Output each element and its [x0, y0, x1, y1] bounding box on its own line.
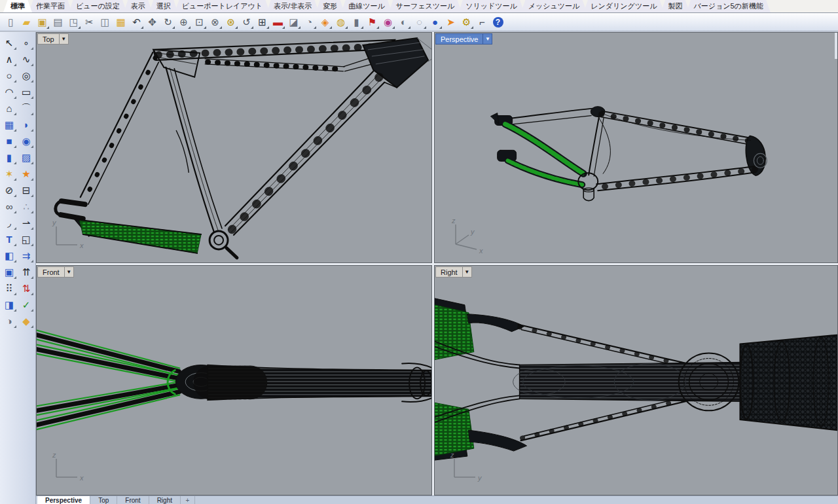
export-file-icon[interactable]: ◳ [66, 14, 81, 29]
viewport-tab-right[interactable]: Right [149, 496, 181, 504]
viewport-title-right[interactable]: Right ▼ [435, 266, 472, 278]
menu-tab-solid-tools[interactable]: ソリッドツール [458, 0, 524, 12]
point-edit-icon[interactable]: ◱ [18, 231, 35, 247]
fillet-curve-icon[interactable]: ◞ [1, 215, 18, 231]
extrude-icon[interactable]: ⇈ [18, 264, 35, 280]
extend-curve-icon[interactable]: ⇀ [18, 215, 35, 231]
viewport-layout-icon[interactable]: ⊞ [255, 14, 270, 29]
undo-view-icon[interactable]: ↺ [239, 14, 254, 29]
gumball-icon[interactable]: ◆ [18, 313, 35, 329]
explode-icon[interactable]: ★ [18, 166, 35, 182]
cylinder-icon[interactable]: ▮ [1, 149, 18, 166]
gears-icon[interactable]: ⚙ [459, 14, 474, 29]
box-icon[interactable]: ■ [1, 133, 18, 149]
lightbulb-icon[interactable]: ◍ [333, 14, 348, 29]
new-file-icon[interactable]: ▯ [3, 14, 18, 29]
add-viewport-tab-button[interactable]: + [181, 496, 195, 504]
menu-tab-transform[interactable]: 変形 [316, 0, 344, 12]
menu-tab-view-settings[interactable]: ビューの設定 [69, 0, 127, 12]
rotate-view-icon[interactable]: ↻ [160, 14, 175, 29]
cut-icon[interactable]: ✂ [82, 14, 97, 29]
solid-box-icon[interactable]: ▣ [1, 264, 18, 280]
dial-icon[interactable]: ◔ [302, 14, 317, 29]
boolean-diff-icon[interactable]: ◑ [1, 313, 18, 329]
print-icon[interactable]: ▤ [50, 14, 65, 29]
zoom-window-icon[interactable]: ⊡ [192, 14, 207, 29]
select-arrow-icon[interactable]: ↖ [1, 35, 18, 51]
zoom-selected-icon[interactable]: ⊛ [223, 14, 238, 29]
paste-icon[interactable]: ▦ [113, 14, 128, 29]
split-icon[interactable]: ⊟ [18, 182, 35, 198]
chevron-down-icon[interactable]: ▼ [463, 269, 471, 275]
ghosted-sphere-icon[interactable]: ◌ [412, 14, 427, 29]
circle-icon[interactable]: ○ [1, 67, 18, 84]
chevron-down-icon[interactable]: ▼ [65, 269, 73, 275]
viewport-title-perspective[interactable]: Perspective ▼ [435, 33, 492, 45]
viewport-perspective[interactable]: Perspective ▼ z y x [434, 32, 838, 263]
viewport-top[interactable]: Top ▼ y x [36, 32, 432, 263]
menu-tab-standard[interactable]: 標準 [3, 0, 32, 12]
color-wheel-icon[interactable]: ◉ [380, 14, 395, 29]
check-icon[interactable]: ✓ [18, 297, 35, 313]
menu-tab-curve-tools[interactable]: 曲線ツール [341, 0, 392, 12]
menu-tab-v5-new-features[interactable]: バージョン5の新機能 [686, 0, 770, 12]
chevron-down-icon[interactable]: ▼ [60, 36, 68, 42]
map-icon[interactable]: ◪ [286, 14, 301, 29]
viewport-right[interactable]: Right ▼ z y [434, 265, 838, 495]
viewport-title-front[interactable]: Front ▼ [37, 266, 74, 278]
trim-icon[interactable]: ⊘ [1, 182, 18, 198]
viewport-tab-perspective[interactable]: Perspective [37, 496, 90, 504]
polygon-icon[interactable]: ⌂ [1, 100, 18, 117]
spheres-icon[interactable]: ◉ [18, 133, 35, 149]
pennant-icon[interactable]: ⚑ [365, 14, 380, 29]
history-icon[interactable]: ⌐ [475, 14, 490, 29]
viewport-tab-top[interactable]: Top [90, 496, 117, 504]
curved-surface-icon[interactable]: ◗ [18, 117, 35, 133]
viewport-title-top[interactable]: Top ▼ [37, 33, 69, 45]
menu-tab-viewport-layout[interactable]: ビューポートレイアウト [175, 0, 270, 12]
blocks-icon[interactable]: ◧ [1, 247, 18, 264]
offset-icon[interactable]: ⇉ [18, 247, 35, 264]
menu-tab-cplane[interactable]: 作業平面 [29, 0, 72, 12]
cone-icon[interactable]: ➤ [443, 14, 458, 29]
curve-icon[interactable]: ∿ [18, 51, 35, 67]
help-icon[interactable]: ? [490, 14, 505, 29]
shaded-sphere-icon[interactable]: ◐ [396, 14, 411, 29]
menu-tab-render-tools[interactable]: レンダリングツール [583, 0, 664, 12]
menu-tab-surface-tools[interactable]: サーフェスツール [389, 0, 462, 12]
join-icon[interactable]: ∞ [1, 198, 18, 215]
boolean-union-icon[interactable]: ✶ [1, 166, 18, 182]
rectangle-icon[interactable]: ▭ [18, 84, 35, 100]
point-icon[interactable]: ∘ [18, 35, 35, 51]
surface-points-icon[interactable]: ▦ [1, 117, 18, 133]
ellipse-icon[interactable]: ◎ [18, 67, 35, 84]
array-icon[interactable]: ⠿ [1, 280, 18, 297]
arc-icon[interactable]: ◠ [1, 84, 18, 100]
chevron-down-icon[interactable]: ▼ [483, 36, 492, 42]
open-file-icon[interactable]: ▰ [19, 14, 34, 29]
group-icon[interactable]: ∴ [18, 198, 35, 215]
text-icon[interactable]: T [1, 231, 18, 247]
menu-tab-drafting[interactable]: 製図 [661, 0, 689, 12]
copy-icon[interactable]: ◫ [98, 14, 113, 29]
mirror-icon[interactable]: ◨ [1, 297, 18, 313]
polyline-icon[interactable]: ∧ [1, 51, 18, 67]
menu-tab-mesh-tools[interactable]: メッシュツール [521, 0, 587, 12]
undo-icon[interactable]: ↶ [129, 14, 144, 29]
pan-icon[interactable]: ✥ [145, 14, 160, 29]
car-icon[interactable]: ▬ [270, 14, 285, 29]
zoom-extents-icon[interactable]: ⊗ [208, 14, 223, 29]
lock-icon[interactable]: ▮ [349, 14, 364, 29]
viewport-tab-front[interactable]: Front [117, 496, 149, 504]
menu-tab-visibility[interactable]: 表示/非表示 [266, 0, 319, 12]
save-icon[interactable]: ▣ [35, 14, 50, 29]
axis-align-icon[interactable]: ⇅ [18, 280, 35, 297]
handle-curve-icon[interactable]: ⌒ [18, 100, 35, 117]
menu-tab-display[interactable]: 表示 [124, 0, 153, 12]
osnap-icon[interactable]: ◈ [318, 14, 333, 29]
viewport-front[interactable]: Front ▼ z x [36, 265, 432, 495]
rendered-sphere-icon[interactable]: ● [428, 14, 443, 29]
menu-tab-select[interactable]: 選択 [149, 0, 178, 12]
zoom-in-icon[interactable]: ⊕ [176, 14, 191, 29]
mesh-plane-icon[interactable]: ▨ [18, 149, 35, 166]
